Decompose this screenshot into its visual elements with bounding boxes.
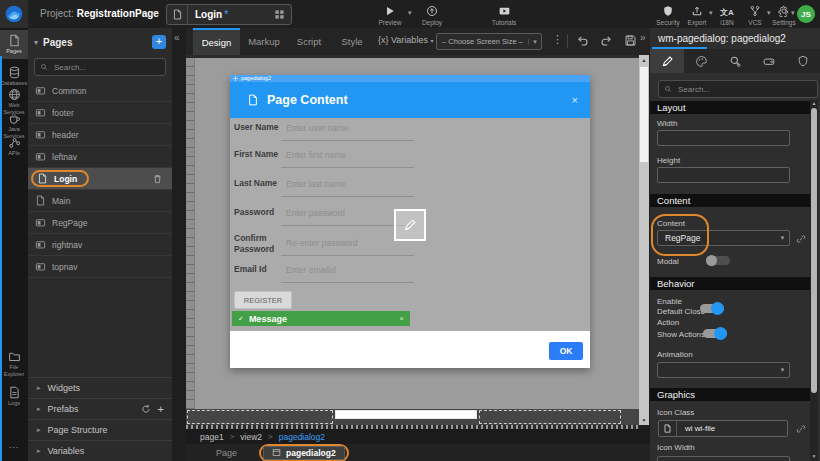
pages-search[interactable]	[34, 58, 166, 76]
dialog-close-icon[interactable]: ×	[572, 94, 578, 106]
widget-selection-tag[interactable]: pagedialog2	[230, 75, 590, 82]
preview-chevron-down-icon[interactable]: ▾	[408, 9, 412, 17]
save-button[interactable]	[624, 34, 637, 47]
i18n-button[interactable]: 文A i18N	[712, 4, 742, 27]
page-item-leftnav[interactable]: leftnav	[28, 146, 172, 168]
properties-search[interactable]	[658, 80, 818, 98]
tutorials-button[interactable]: Tutorials	[486, 4, 522, 27]
tab-device[interactable]	[752, 49, 786, 73]
page-item-header[interactable]: header	[28, 124, 172, 146]
settings-button[interactable]: Settings	[768, 4, 800, 27]
dropzone-left[interactable]	[187, 410, 333, 424]
sidebar-item-pages[interactable]: Pages	[0, 30, 28, 59]
breadcrumb-pagedialog2[interactable]: pagedialog2	[279, 432, 325, 442]
undo-button[interactable]	[576, 34, 589, 47]
page-item-topnav[interactable]: topnav	[28, 256, 172, 278]
caret-down-icon[interactable]: ▾	[34, 38, 38, 47]
bind-link-icon[interactable]	[796, 424, 806, 434]
dialog-header[interactable]: Page Content ×	[230, 82, 590, 118]
firstname-input[interactable]: Enter first name	[281, 149, 414, 168]
width-input[interactable]	[657, 130, 790, 146]
page-item-footer[interactable]: footer	[28, 102, 172, 124]
icon-width-input[interactable]	[657, 456, 790, 461]
section-layout: Layout	[650, 101, 812, 114]
sidebar-item-databases[interactable]: Databases	[0, 66, 28, 87]
gear-icon	[768, 4, 800, 17]
security-button[interactable]: Security	[652, 4, 684, 27]
section-variables[interactable]: ▸ Variables	[28, 440, 172, 461]
breadcrumb-page1[interactable]: page1	[200, 432, 224, 442]
height-input[interactable]	[657, 167, 790, 183]
close-action-toggle[interactable]	[700, 302, 724, 315]
modal-toggle[interactable]	[706, 254, 730, 267]
edit-widget-button[interactable]	[394, 209, 426, 241]
breadcrumb-view2[interactable]: view2	[240, 432, 262, 442]
variables-dropdown[interactable]: {x} Variables ▾	[378, 35, 433, 45]
wavemaker-logo[interactable]	[0, 0, 28, 28]
dropzone-center[interactable]	[335, 410, 477, 419]
delete-page-icon[interactable]	[152, 173, 163, 184]
canvas-vertical-scrollbar[interactable]: ▲ ▼	[639, 55, 649, 425]
pages-icon	[0, 34, 28, 47]
page-item-login-selected[interactable]: Login	[28, 168, 172, 190]
emailid-input[interactable]: Enter emailid	[281, 264, 414, 283]
expand-right-panel-icon[interactable]: »	[640, 32, 646, 43]
page-item-main[interactable]: Main	[28, 190, 172, 212]
scroll-down-icon[interactable]: ▼	[639, 417, 649, 423]
variables-fx-icon: {x}	[378, 35, 389, 45]
properties-search-input[interactable]	[676, 84, 812, 95]
scrollbar-thumb[interactable]	[811, 108, 817, 393]
page-tab-login[interactable]: Login *	[166, 4, 292, 25]
bind-link-icon[interactable]	[796, 234, 806, 244]
tab-styles[interactable]	[684, 49, 718, 73]
pages-search-input[interactable]	[52, 62, 160, 73]
sidebar-item-apis[interactable]: APIs	[0, 136, 28, 157]
collapse-left-panel-icon[interactable]: «	[174, 32, 180, 43]
page-item-regpage[interactable]: RegPage	[28, 212, 172, 234]
vcs-button[interactable]: VCS	[740, 4, 770, 27]
message-close-icon[interactable]: ×	[399, 314, 404, 323]
scroll-up-icon[interactable]: ▲	[810, 100, 818, 106]
sidebar-overflow[interactable]: ...	[0, 440, 28, 450]
section-prefabs[interactable]: ▸ Prefabs +	[28, 398, 172, 419]
scrollbar-thumb[interactable]	[640, 67, 648, 162]
redo-button[interactable]	[600, 34, 613, 47]
tab-security[interactable]	[786, 49, 820, 73]
sidebar-item-logs[interactable]: Logs	[0, 386, 28, 407]
tab-markup[interactable]: Markup	[242, 28, 286, 55]
show-actions-toggle[interactable]	[703, 327, 727, 340]
deploy-button[interactable]: Deploy	[414, 4, 450, 27]
dropzone-right[interactable]	[479, 410, 621, 424]
file-icon	[659, 421, 677, 436]
preview-button[interactable]: Preview	[372, 4, 408, 27]
sidebar-item-file-explorer[interactable]: File Explorer	[0, 350, 28, 377]
ok-button[interactable]: OK	[549, 342, 583, 360]
tab-style[interactable]: Style	[332, 28, 372, 55]
tab-design[interactable]: Design	[193, 28, 240, 55]
tab-properties[interactable]	[650, 49, 684, 73]
tab-script[interactable]: Script	[288, 28, 330, 55]
refresh-icon[interactable]	[141, 404, 151, 414]
tab-advanced-search[interactable]	[718, 49, 752, 73]
animation-select[interactable]: ▼	[657, 362, 790, 378]
section-widgets[interactable]: ▸ Widgets	[28, 377, 172, 398]
screen-size-select[interactable]: – Choose Screen Size – ▼	[436, 33, 542, 50]
page-item-common[interactable]: Common	[28, 80, 172, 102]
lastname-input[interactable]: Enter last name	[281, 178, 414, 197]
user-avatar[interactable]: JS	[797, 5, 815, 23]
page-switcher-grid-icon[interactable]	[274, 9, 285, 20]
register-button[interactable]: REGISTER	[234, 291, 292, 309]
page-item-rightnav[interactable]: rightnav	[28, 234, 172, 256]
add-page-button[interactable]: +	[152, 35, 166, 49]
export-button[interactable]: Export	[682, 4, 712, 27]
icon-class-field[interactable]: wi wi-file	[658, 420, 788, 437]
section-page-structure[interactable]: ▸ Page Structure	[28, 419, 172, 440]
scroll-up-icon[interactable]: ▲	[639, 57, 649, 63]
properties-scrollbar[interactable]: ▲ ▼	[810, 100, 818, 461]
settings-chevron-down-icon[interactable]: ▾	[791, 9, 795, 17]
pagedialog2-chip[interactable]: pagedialog2	[263, 446, 345, 460]
username-input[interactable]: Enter user name	[281, 122, 414, 141]
add-prefab-icon[interactable]: +	[158, 403, 164, 415]
more-options-icon[interactable]: ⋮	[552, 33, 563, 46]
scroll-down-icon[interactable]: ▼	[810, 453, 818, 459]
